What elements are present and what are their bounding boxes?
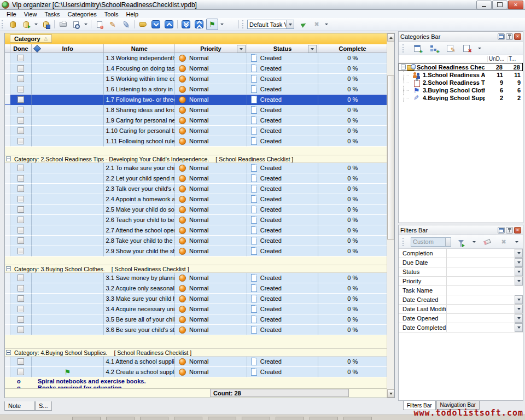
task-row[interactable]: 3.5 Be sure all of your child's newNorma… (5, 314, 387, 325)
task-view-combobox[interactable]: Default Task V (247, 20, 294, 29)
complete-cell[interactable]: 0 % (318, 84, 387, 95)
new-database-button[interactable] (7, 19, 19, 30)
complete-cell[interactable]: 0 % (318, 205, 387, 215)
complete-cell[interactable]: 0 % (318, 163, 387, 173)
apply-filter-button[interactable] (455, 236, 467, 248)
filter-preset-dropdown[interactable] (445, 238, 451, 246)
edit-category-button[interactable] (444, 43, 456, 54)
done-cell[interactable] (10, 283, 32, 294)
status-cell[interactable]: Created (247, 84, 319, 95)
done-cell[interactable] (10, 126, 32, 136)
done-cell[interactable] (10, 205, 32, 215)
task-row[interactable]: 1.5 Working within time constraint.Norma… (5, 74, 387, 84)
collapse-icon[interactable] (6, 266, 11, 271)
task-name-cell[interactable]: 2.2 Let your child spend more time (104, 173, 175, 184)
status-cell[interactable]: Created (247, 63, 319, 74)
done-checkbox[interactable] (18, 326, 24, 333)
status-cell[interactable]: Created (247, 294, 319, 304)
print-preview-button[interactable] (70, 19, 82, 30)
status-cell[interactable]: Created (247, 314, 319, 325)
complete-cell[interactable]: 0 % (318, 95, 387, 105)
new-subcategory-button[interactable] (428, 43, 440, 54)
status-cell[interactable]: Created (247, 273, 319, 283)
done-checkbox[interactable] (18, 138, 24, 144)
status-cell[interactable]: Created (247, 95, 319, 105)
status-cell[interactable]: Created (247, 367, 319, 377)
done-checkbox[interactable] (18, 206, 24, 213)
status-cell[interactable]: Created (247, 115, 319, 126)
task-row[interactable]: 2.2 Let your child spend more timeNormal… (5, 173, 387, 184)
task-row[interactable]: 3.1 Save money by planning yourNormalCre… (5, 273, 387, 283)
done-checkbox[interactable] (18, 65, 24, 72)
clear-filter-button[interactable] (481, 236, 493, 248)
categories-bar-header[interactable]: Categories Bar ✕ (399, 32, 523, 42)
priority-cell[interactable]: Normal (175, 136, 247, 147)
task-name-cell[interactable]: 2.1 To make sure your child is (104, 163, 175, 173)
flag-filter-toggle[interactable] (206, 19, 218, 30)
done-checkbox[interactable] (18, 86, 24, 92)
toolbar-grip[interactable] (242, 20, 245, 28)
task-row[interactable]: 1.6 Listening to a story in large andNor… (5, 84, 387, 95)
apply-view-button[interactable] (298, 19, 310, 30)
priority-cell[interactable]: Normal (175, 215, 247, 225)
task-name-cell[interactable]: 1.9 Caring for personal needs. (104, 115, 175, 126)
done-cell[interactable] (10, 236, 32, 246)
done-checkbox[interactable] (18, 185, 24, 192)
scroll-up-button[interactable] (387, 33, 394, 42)
complete-cell[interactable]: 0 % (318, 314, 387, 325)
filter-value-field[interactable] (447, 267, 515, 276)
taskbar-button-stub[interactable] (343, 417, 372, 420)
flag-dropdown-icon[interactable] (220, 24, 224, 25)
minimize-button[interactable] (476, 1, 492, 9)
status-filter-dropdown[interactable] (308, 45, 317, 53)
float-panel-button[interactable] (498, 227, 505, 234)
task-name-cell[interactable]: 3.1 Save money by planning your (104, 273, 175, 283)
priority-cell[interactable]: Normal (175, 74, 247, 84)
category-tree-item[interactable]: School Readiness Checklist2828 (399, 63, 523, 71)
status-cell[interactable]: Created (247, 53, 319, 63)
task-view-dropdown[interactable] (286, 20, 294, 28)
print-dropdown-icon[interactable] (84, 24, 88, 25)
float-panel-button[interactable] (498, 33, 505, 40)
save-database-button[interactable] (40, 19, 52, 30)
done-cell[interactable] (10, 136, 32, 147)
done-cell[interactable] (10, 105, 32, 115)
filter-value-field[interactable] (447, 305, 515, 313)
priority-cell[interactable]: Normal (175, 304, 247, 314)
tab-s[interactable]: S... (35, 401, 52, 411)
new-category-button[interactable] (411, 43, 423, 54)
tree-header-total[interactable]: T... (507, 56, 523, 62)
task-name-cell[interactable]: 3.4 Acquire necessary uniforms or (104, 304, 175, 314)
priority-cell[interactable]: Normal (175, 194, 247, 205)
filters-toolbar-dropdown-icon[interactable] (515, 241, 518, 243)
menu-item-tasks[interactable]: Tasks (40, 11, 63, 18)
task-name-cell[interactable]: 1.7 Following two- or three-step oral (104, 95, 175, 105)
filter-value-field[interactable] (447, 249, 515, 258)
filter-value-field[interactable] (447, 295, 515, 304)
status-cell[interactable]: Created (247, 246, 319, 256)
status-cell[interactable]: Created (247, 304, 319, 314)
task-name-cell[interactable]: 3.2 Acquire only seasonally (104, 283, 175, 294)
task-row[interactable]: 1.3 Working independently andNormalCreat… (5, 53, 387, 63)
done-checkbox[interactable] (18, 227, 24, 234)
category-tree-item[interactable]: 1.School Readiness Assessme1111 (399, 71, 523, 79)
complete-cell[interactable]: 0 % (318, 246, 387, 256)
task-row[interactable]: 2.3 Talk over your child's day. ByNormal… (5, 184, 387, 194)
complete-cell[interactable]: 0 % (318, 357, 387, 367)
status-cell[interactable]: Created (247, 283, 319, 294)
priority-cell[interactable]: Normal (175, 63, 247, 74)
done-checkbox[interactable] (18, 358, 24, 365)
done-cell[interactable] (10, 304, 32, 314)
done-cell[interactable] (10, 215, 32, 225)
filter-value-dropdown[interactable] (515, 305, 523, 313)
complete-cell[interactable]: 0 % (318, 126, 387, 136)
filter-dropdown-icon[interactable] (472, 241, 476, 243)
status-cell[interactable]: Created (247, 126, 319, 136)
pin-panel-button[interactable] (506, 33, 513, 40)
task-name-cell[interactable]: 3.6 Be sure your child's stock of (104, 325, 175, 335)
done-cell[interactable] (10, 84, 32, 95)
priority-cell[interactable]: Normal (175, 367, 247, 377)
done-cell[interactable] (10, 194, 32, 205)
close-panel-button[interactable]: ✕ (514, 227, 521, 234)
priority-cell[interactable]: Normal (175, 294, 247, 304)
